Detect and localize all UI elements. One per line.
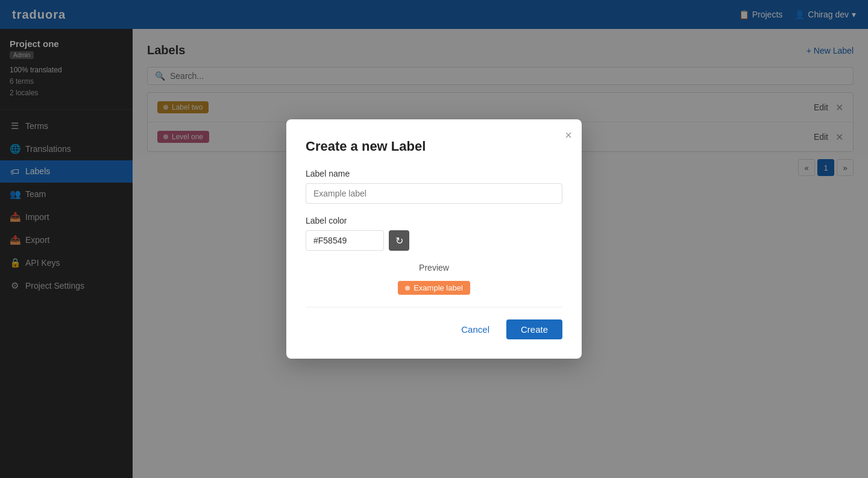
color-row: ↻: [306, 230, 562, 251]
modal-footer: Cancel Create: [306, 319, 562, 339]
create-label-modal: × Create a new Label Label name Label co…: [286, 119, 582, 359]
cancel-button[interactable]: Cancel: [451, 319, 499, 339]
label-name-group: Label name: [306, 169, 562, 204]
color-input[interactable]: [306, 230, 384, 251]
modal-close-button[interactable]: ×: [565, 129, 572, 141]
label-name-label: Label name: [306, 169, 562, 178]
main-content: Labels + New Label 🔍 Label two Edit ✕: [133, 29, 868, 478]
modal-title: Create a new Label: [306, 139, 562, 154]
modal-overlay: × Create a new Label Label name Label co…: [133, 29, 868, 478]
main-layout: Project one Admin 100% translated 6 term…: [0, 29, 868, 478]
preview-label: Preview: [306, 263, 562, 272]
label-name-input[interactable]: [306, 183, 562, 204]
preview-section: Preview Example label: [306, 263, 562, 295]
refresh-color-button[interactable]: ↻: [389, 230, 409, 251]
preview-tag: Example label: [398, 281, 470, 295]
refresh-icon: ↻: [395, 235, 403, 247]
label-color-group: Label color ↻: [306, 216, 562, 251]
create-button[interactable]: Create: [506, 319, 562, 339]
label-color-label: Label color: [306, 216, 562, 225]
preview-tag-text: Example label: [414, 283, 463, 292]
preview-dot: [405, 286, 410, 291]
modal-divider: [306, 307, 562, 307]
